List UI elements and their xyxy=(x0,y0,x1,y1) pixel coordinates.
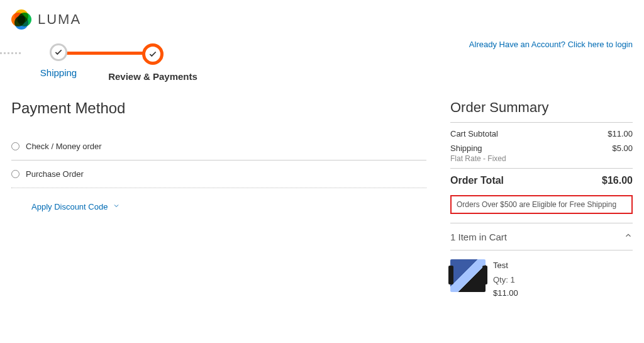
subtotal-value: $11.00 xyxy=(608,129,633,138)
item-qty: Qty: 1 xyxy=(493,274,518,287)
chevron-down-icon xyxy=(113,202,120,211)
payment-method-po[interactable]: Purchase Order xyxy=(11,160,426,188)
payment-method-label: Purchase Order xyxy=(26,169,84,179)
apply-discount-toggle[interactable]: Apply Discount Code xyxy=(11,188,426,211)
total-value: $16.00 xyxy=(602,175,633,186)
shipping-value: $5.00 xyxy=(612,143,633,153)
step-label-shipping: Shipping xyxy=(40,67,77,78)
product-image xyxy=(450,259,486,292)
item-name: Test xyxy=(493,259,518,273)
payment-method-label: Check / Money order xyxy=(26,142,102,151)
shipping-method: Flat Rate - Fixed xyxy=(450,154,633,163)
free-shipping-promo: Orders Over $500 are Eligible for Free S… xyxy=(450,195,633,214)
radio-icon[interactable] xyxy=(11,142,19,150)
total-label: Order Total xyxy=(450,175,504,186)
chevron-up-icon xyxy=(624,231,633,242)
step-label-review: Review & Payments xyxy=(108,71,197,82)
subtotal-label: Cart Subtotal xyxy=(450,129,498,138)
logo-icon xyxy=(11,9,31,30)
login-link[interactable]: Already Have an Account? Click here to l… xyxy=(469,40,633,49)
order-summary-title: Order Summary xyxy=(450,99,633,116)
step-review[interactable]: Review & Payments xyxy=(106,43,200,82)
discount-label: Apply Discount Code xyxy=(31,202,108,211)
cart-item: Test Qty: 1 $11.00 xyxy=(450,250,633,308)
step-shipping[interactable]: Shipping xyxy=(11,43,106,78)
check-icon xyxy=(142,43,164,65)
shipping-label: Shipping xyxy=(450,143,482,153)
order-summary: Order Summary Cart Subtotal $11.00 Shipp… xyxy=(450,99,633,308)
progress-steps: Shipping Review & Payments xyxy=(11,43,200,82)
cart-header-label: 1 Item in Cart xyxy=(450,232,507,242)
logo-text: LUMA xyxy=(38,11,81,28)
check-icon xyxy=(50,43,67,61)
page-title: Payment Method xyxy=(11,99,426,117)
cart-items-toggle[interactable]: 1 Item in Cart xyxy=(450,223,633,250)
logo[interactable]: LUMA xyxy=(11,9,200,30)
payment-method-check[interactable]: Check / Money order xyxy=(11,133,426,160)
radio-icon[interactable] xyxy=(11,170,19,178)
item-price: $11.00 xyxy=(493,287,518,300)
